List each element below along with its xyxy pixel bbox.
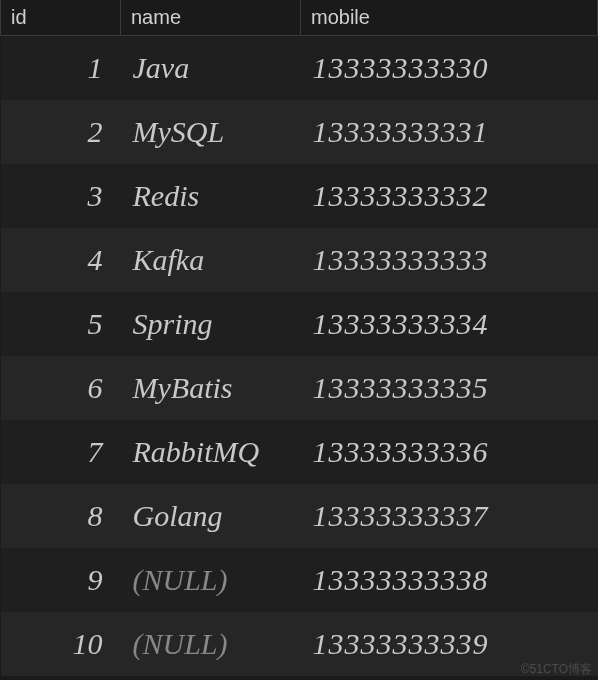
- cell-name: Redis: [121, 164, 301, 228]
- table-row[interactable]: 8Golang13333333337: [1, 484, 598, 548]
- cell-id: 1: [1, 36, 121, 100]
- cell-mobile: 13333333338: [301, 548, 598, 612]
- cell-mobile: 13333333336: [301, 420, 598, 484]
- table-header-row: id name mobile: [1, 0, 598, 36]
- cell-mobile: 13333333333: [301, 228, 598, 292]
- table-row[interactable]: 6MyBatis13333333335: [1, 356, 598, 420]
- cell-mobile: 13333333335: [301, 356, 598, 420]
- cell-name: (NULL): [121, 612, 301, 676]
- cell-name: Golang: [121, 484, 301, 548]
- cell-name: MySQL: [121, 100, 301, 164]
- cell-id: 3: [1, 164, 121, 228]
- column-header-mobile[interactable]: mobile: [301, 0, 598, 36]
- table-row[interactable]: 4Kafka13333333333: [1, 228, 598, 292]
- cell-mobile: 13333333331: [301, 100, 598, 164]
- table-row[interactable]: 10(NULL)13333333339: [1, 612, 598, 676]
- table-body: 1Java133333333302MySQL133333333313Redis1…: [1, 36, 598, 676]
- cell-mobile: 13333333330: [301, 36, 598, 100]
- cell-name: MyBatis: [121, 356, 301, 420]
- cell-id: 5: [1, 292, 121, 356]
- cell-id: 2: [1, 100, 121, 164]
- cell-name: Java: [121, 36, 301, 100]
- cell-name: (NULL): [121, 548, 301, 612]
- cell-id: 6: [1, 356, 121, 420]
- cell-id: 8: [1, 484, 121, 548]
- cell-id: 4: [1, 228, 121, 292]
- cell-name: Kafka: [121, 228, 301, 292]
- table-row[interactable]: 5Spring13333333334: [1, 292, 598, 356]
- table-row[interactable]: 7RabbitMQ13333333336: [1, 420, 598, 484]
- watermark: ©51CTO博客: [521, 661, 592, 678]
- data-table: id name mobile 1Java133333333302MySQL133…: [0, 0, 598, 676]
- cell-mobile: 13333333332: [301, 164, 598, 228]
- cell-id: 9: [1, 548, 121, 612]
- cell-mobile: 13333333337: [301, 484, 598, 548]
- cell-name: Spring: [121, 292, 301, 356]
- table-row[interactable]: 1Java13333333330: [1, 36, 598, 100]
- cell-id: 7: [1, 420, 121, 484]
- table-row[interactable]: 3Redis13333333332: [1, 164, 598, 228]
- cell-mobile: 13333333334: [301, 292, 598, 356]
- cell-name: RabbitMQ: [121, 420, 301, 484]
- table-row[interactable]: 9(NULL)13333333338: [1, 548, 598, 612]
- table-row[interactable]: 2MySQL13333333331: [1, 100, 598, 164]
- column-header-name[interactable]: name: [121, 0, 301, 36]
- column-header-id[interactable]: id: [1, 0, 121, 36]
- cell-id: 10: [1, 612, 121, 676]
